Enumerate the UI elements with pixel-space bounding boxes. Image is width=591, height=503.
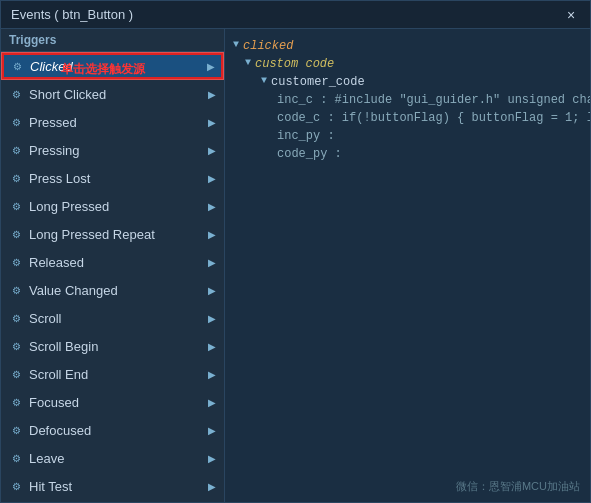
code-keyword-clicked: clicked: [243, 39, 293, 53]
left-panel: Triggers 单击选择触发源 ⚙ Clicked ▶ ⚙ Short Cli…: [1, 29, 225, 502]
code-line-code-c: code_c : if(!buttonFlag) { buttonFlag = …: [225, 109, 590, 127]
trigger-icon-scroll-end: ⚙: [9, 367, 23, 381]
trigger-arrow-pressing: ▶: [208, 145, 216, 156]
trigger-icon-clicked: ⚙: [10, 59, 24, 73]
right-panel: ▼ clicked ▼ custom code ▼ customer_code …: [225, 29, 590, 502]
trigger-icon-pressing: ⚙: [9, 143, 23, 157]
watermark: 微信：恩智浦MCU加油站: [456, 479, 580, 494]
trigger-arrow-focused: ▶: [208, 397, 216, 408]
code-line-customer-code: ▼ customer_code: [225, 73, 590, 91]
trigger-arrow-hit-test: ▶: [208, 481, 216, 492]
trigger-item-long-pressed[interactable]: ⚙ Long Pressed ▶: [1, 192, 224, 220]
trigger-item-press-lost[interactable]: ⚙ Press Lost ▶: [1, 164, 224, 192]
code-line-code-py: code_py :: [225, 145, 590, 163]
trigger-icon-scroll-begin: ⚙: [9, 339, 23, 353]
trigger-label-scroll-begin: Scroll Begin: [29, 339, 208, 354]
trigger-arrow-short-clicked: ▶: [208, 89, 216, 100]
triggers-label: Triggers: [1, 29, 224, 52]
code-line-custom-code: ▼ custom code: [225, 55, 590, 73]
trigger-label-long-pressed: Long Pressed: [29, 199, 208, 214]
trigger-arrow-long-pressed: ▶: [208, 201, 216, 212]
trigger-item-defocused[interactable]: ⚙ Defocused ▶: [1, 416, 224, 444]
trigger-arrow-value-changed: ▶: [208, 285, 216, 296]
code-line-clicked: ▼ clicked: [225, 37, 590, 55]
code-label-inc-c: inc_c :: [277, 93, 335, 107]
trigger-label-defocused: Defocused: [29, 423, 208, 438]
trigger-label-press-lost: Press Lost: [29, 171, 208, 186]
trigger-label-clicked: Clicked: [30, 59, 207, 74]
trigger-item-scroll-end[interactable]: ⚙ Scroll End ▶: [1, 360, 224, 388]
trigger-arrow-long-pressed-repeat: ▶: [208, 229, 216, 240]
code-label-code-c: code_c :: [277, 111, 342, 125]
trigger-label-scroll: Scroll: [29, 311, 208, 326]
code-label-code-py: code_py :: [277, 147, 342, 161]
trigger-label-pressing: Pressing: [29, 143, 208, 158]
trigger-item-value-changed[interactable]: ⚙ Value Changed ▶: [1, 276, 224, 304]
code-editor[interactable]: ▼ clicked ▼ custom code ▼ customer_code …: [225, 29, 590, 502]
code-label-inc-py: inc_py :: [277, 129, 335, 143]
trigger-item-clicked[interactable]: ⚙ Clicked ▶: [1, 52, 224, 80]
trigger-arrow-press-lost: ▶: [208, 173, 216, 184]
code-value-inc-c: #include "gui_guider.h" unsigned cha: [335, 93, 590, 107]
window-title: Events ( btn_Button ): [11, 7, 133, 22]
code-value-code-c: if(!buttonFlag) { buttonFlag = 1; lv_c: [342, 111, 590, 125]
trigger-item-scroll-begin[interactable]: ⚙ Scroll Begin ▶: [1, 332, 224, 360]
trigger-item-scroll[interactable]: ⚙ Scroll ▶: [1, 304, 224, 332]
trigger-item-short-clicked[interactable]: ⚙ Short Clicked ▶: [1, 80, 224, 108]
code-keyword-custom-code: custom code: [255, 57, 334, 71]
trigger-arrow-released: ▶: [208, 257, 216, 268]
events-window: Events ( btn_Button ) × Triggers 单击选择触发源…: [0, 0, 591, 503]
trigger-icon-pressed: ⚙: [9, 115, 23, 129]
trigger-item-leave[interactable]: ⚙ Leave ▶: [1, 444, 224, 472]
trigger-item-pressed[interactable]: ⚙ Pressed ▶: [1, 108, 224, 136]
trigger-item-released[interactable]: ⚙ Released ▶: [1, 248, 224, 276]
trigger-label-short-clicked: Short Clicked: [29, 87, 208, 102]
trigger-label-value-changed: Value Changed: [29, 283, 208, 298]
trigger-icon-released: ⚙: [9, 255, 23, 269]
trigger-label-hit-test: Hit Test: [29, 479, 208, 494]
close-button[interactable]: ×: [562, 6, 580, 24]
trigger-icon-press-lost: ⚙: [9, 171, 23, 185]
trigger-label-scroll-end: Scroll End: [29, 367, 208, 382]
trigger-item-hit-test[interactable]: ⚙ Hit Test ▶: [1, 472, 224, 500]
trigger-item-long-pressed-repeat[interactable]: ⚙ Long Pressed Repeat ▶: [1, 220, 224, 248]
title-bar: Events ( btn_Button ) ×: [1, 1, 590, 29]
expand-icon-custom-code[interactable]: ▼: [245, 57, 251, 68]
trigger-icon-value-changed: ⚙: [9, 283, 23, 297]
trigger-icon-scroll: ⚙: [9, 311, 23, 325]
code-label-customer-code: customer_code: [271, 75, 365, 89]
expand-icon-clicked[interactable]: ▼: [233, 39, 239, 50]
expand-icon-customer-code[interactable]: ▼: [261, 75, 267, 86]
trigger-arrow-pressed: ▶: [208, 117, 216, 128]
trigger-arrow-clicked: ▶: [207, 61, 215, 72]
main-content: Triggers 单击选择触发源 ⚙ Clicked ▶ ⚙ Short Cli…: [1, 29, 590, 502]
trigger-icon-focused: ⚙: [9, 395, 23, 409]
trigger-icon-leave: ⚙: [9, 451, 23, 465]
trigger-label-pressed: Pressed: [29, 115, 208, 130]
code-line-inc-py: inc_py :: [225, 127, 590, 145]
trigger-icon-long-pressed-repeat: ⚙: [9, 227, 23, 241]
trigger-icon-defocused: ⚙: [9, 423, 23, 437]
trigger-label-focused: Focused: [29, 395, 208, 410]
trigger-item-key[interactable]: ⚙ Key ▶: [1, 500, 224, 502]
trigger-label-long-pressed-repeat: Long Pressed Repeat: [29, 227, 208, 242]
trigger-icon-hit-test: ⚙: [9, 479, 23, 493]
trigger-list: ⚙ Clicked ▶ ⚙ Short Clicked ▶ ⚙ Pressed …: [1, 52, 224, 502]
trigger-icon-long-pressed: ⚙: [9, 199, 23, 213]
trigger-item-pressing[interactable]: ⚙ Pressing ▶: [1, 136, 224, 164]
trigger-arrow-leave: ▶: [208, 453, 216, 464]
trigger-item-focused[interactable]: ⚙ Focused ▶: [1, 388, 224, 416]
code-line-inc-c: inc_c : #include "gui_guider.h" unsigned…: [225, 91, 590, 109]
trigger-arrow-scroll: ▶: [208, 313, 216, 324]
trigger-label-leave: Leave: [29, 451, 208, 466]
trigger-arrow-scroll-end: ▶: [208, 369, 216, 380]
trigger-icon-short-clicked: ⚙: [9, 87, 23, 101]
trigger-arrow-scroll-begin: ▶: [208, 341, 216, 352]
title-bar-left: Events ( btn_Button ): [11, 7, 133, 22]
trigger-label-released: Released: [29, 255, 208, 270]
trigger-arrow-defocused: ▶: [208, 425, 216, 436]
